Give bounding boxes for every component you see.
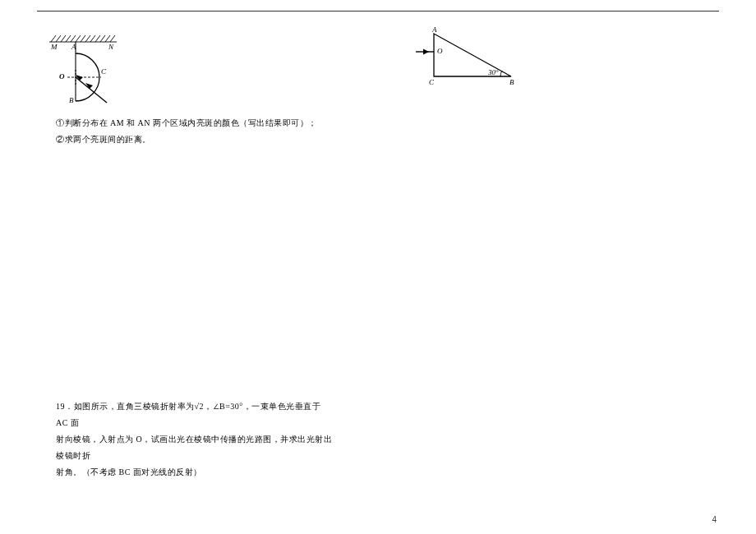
page-number: 4 xyxy=(712,515,717,524)
figure-right-triangle-prism: A C B O 30° xyxy=(411,29,526,86)
svg-line-17 xyxy=(76,77,107,103)
svg-line-2 xyxy=(56,35,61,42)
svg-line-11 xyxy=(100,35,105,42)
figure1-svg xyxy=(49,29,131,111)
q19-line3: 射角。（不考虑 BC 面对光线的反射） xyxy=(56,467,202,476)
q19-line1-pre: 19．如图所示，直角三棱镜折射率为 xyxy=(56,402,195,411)
svg-line-6 xyxy=(76,35,81,42)
fig1-label-B: B xyxy=(69,96,74,104)
figure-semicircle-prism: M A N C O B xyxy=(49,29,131,111)
question-19: 19．如图所示，直角三棱镜折射率为√2，∠B=30°，一束单色光垂直于 AC 面… xyxy=(56,398,335,481)
svg-line-3 xyxy=(61,35,66,42)
svg-line-9 xyxy=(90,35,95,42)
fig1-label-N: N xyxy=(108,43,113,51)
svg-line-5 xyxy=(71,35,76,42)
svg-line-1 xyxy=(51,35,56,42)
svg-line-7 xyxy=(81,35,85,42)
question-part-2: ②求两个亮斑间的距离。 xyxy=(56,131,368,147)
page-top-rule xyxy=(37,11,719,12)
svg-line-10 xyxy=(95,35,100,42)
q19-sqrt2: √2 xyxy=(195,402,205,411)
fig2-label-C: C xyxy=(429,78,434,86)
svg-line-13 xyxy=(110,35,115,42)
svg-line-12 xyxy=(105,35,110,42)
question-part-1: ①判断分布在 AM 和 AN 两个区域内亮斑的颜色（写出结果即可）； xyxy=(56,115,368,131)
fig2-label-30deg: 30° xyxy=(488,68,499,76)
fig1-label-C: C xyxy=(101,67,106,76)
fig1-label-O: O xyxy=(59,72,65,81)
figure2-svg xyxy=(411,29,526,88)
svg-line-4 xyxy=(66,35,71,42)
fig2-label-O: O xyxy=(437,47,443,55)
q19-line2: 射向棱镜，入射点为 O，试画出光在棱镜中传播的光路图，并求出光射出棱镜时折 xyxy=(56,435,332,460)
fig1-label-M: M xyxy=(51,43,58,51)
fig1-label-A: A xyxy=(71,43,76,51)
svg-marker-22 xyxy=(423,49,429,55)
svg-line-8 xyxy=(85,35,90,42)
svg-marker-20 xyxy=(434,34,511,76)
fig2-label-A: A xyxy=(432,25,437,34)
fig2-label-B: B xyxy=(509,78,514,86)
